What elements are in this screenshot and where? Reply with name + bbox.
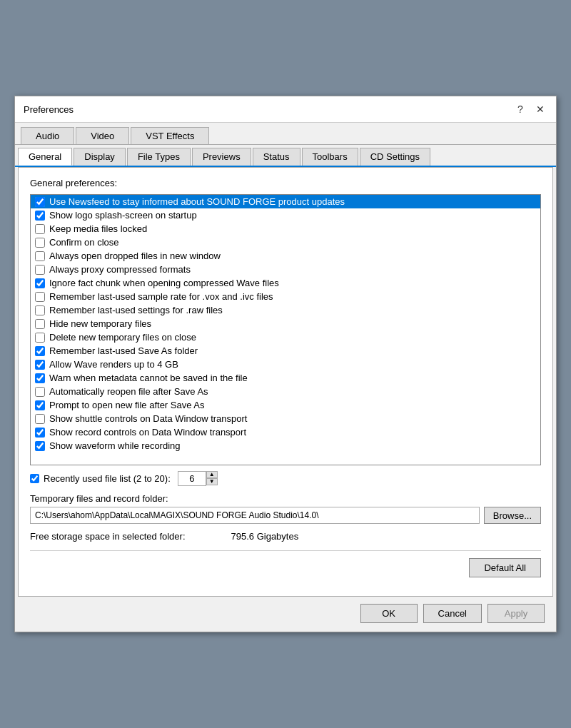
recently-used-checkbox[interactable] (30, 474, 39, 483)
checkbox-list-wrapper: Use Newsfeed to stay informed about SOUN… (30, 194, 541, 465)
list-item[interactable]: Use Newsfeed to stay informed about SOUN… (31, 195, 540, 208)
checkbox-label: Keep media files locked (49, 223, 147, 234)
checkbox-warn-metadata[interactable] (35, 373, 45, 383)
checkbox-show-waveform[interactable] (35, 441, 45, 451)
recently-used-label: Recently used file list (2 to 20): (44, 473, 171, 484)
close-button[interactable]: ✕ (533, 102, 547, 116)
default-all-button[interactable]: Default All (469, 558, 541, 577)
list-item[interactable]: Always open dropped files in new window (31, 249, 540, 263)
checkbox-auto-reopen[interactable] (35, 387, 45, 397)
checkbox-label: Use Newsfeed to stay informed about SOUN… (49, 196, 345, 207)
tab-previews[interactable]: Previews (192, 148, 251, 166)
list-item[interactable]: Confirm on close (31, 236, 540, 249)
bottom-tab-row: General Display File Types Previews Stat… (15, 145, 556, 167)
spinbox-buttons: ▲ ▼ (206, 471, 218, 486)
dialog-title: Preferences (24, 104, 74, 115)
checkbox-remember-sample[interactable] (35, 292, 45, 302)
checkbox-label: Show record controls on Data Window tran… (49, 427, 246, 438)
temp-folder-path[interactable] (30, 507, 480, 524)
list-item[interactable]: Delete new temporary files on close (31, 330, 540, 344)
checkbox-label: Automatically reopen file after Save As (49, 386, 208, 397)
temp-folder-section: Temporary files and record folder: Brows… (30, 493, 541, 524)
temp-folder-label: Temporary files and record folder: (30, 493, 541, 504)
tab-status[interactable]: Status (253, 148, 300, 166)
help-button[interactable]: ? (513, 102, 527, 116)
checkbox-label: Prompt to open new file after Save As (49, 400, 205, 410)
cancel-button[interactable]: Cancel (423, 604, 482, 623)
list-item[interactable]: Automatically reopen file after Save As (31, 385, 540, 398)
section-label: General preferences: (30, 178, 541, 188)
apply-button[interactable]: Apply (487, 604, 545, 623)
list-item[interactable]: Show waveform while recording (31, 439, 540, 453)
tab-file-types[interactable]: File Types (127, 148, 191, 166)
checkbox-show-logo[interactable] (35, 211, 45, 221)
title-bar: Preferences ? ✕ (15, 96, 556, 123)
list-item[interactable]: Prompt to open new file after Save As (31, 398, 540, 412)
checkbox-label: Hide new temporary files (49, 318, 151, 329)
checkbox-label: Remember last-used sample rate for .vox … (49, 291, 273, 302)
bottom-section: Recently used file list (2 to 20): 6 ▲ ▼… (30, 465, 541, 586)
list-item[interactable]: Show record controls on Data Window tran… (31, 425, 540, 439)
list-item[interactable]: Hide new temporary files (31, 317, 540, 330)
storage-row: Free storage space in selected folder: 7… (30, 531, 541, 542)
list-item[interactable]: Remember last-used settings for .raw fil… (31, 303, 540, 317)
checkbox-always-open[interactable] (35, 251, 45, 261)
checkbox-label: Remember last-used settings for .raw fil… (49, 305, 223, 315)
storage-value: 795.6 Gigabytes (231, 531, 299, 542)
list-item[interactable]: Allow Wave renders up to 4 GB (31, 358, 540, 371)
tab-toolbars[interactable]: Toolbars (302, 148, 358, 166)
top-tab-row: Audio Video VST Effects (15, 123, 556, 145)
checkbox-use-newsfeed[interactable] (35, 197, 45, 207)
checkbox-label: Always proxy compressed formats (49, 264, 191, 275)
spinbox-down[interactable]: ▼ (206, 478, 218, 485)
checkbox-keep-media[interactable] (35, 224, 45, 234)
storage-label: Free storage space in selected folder: (30, 531, 186, 542)
checkbox-allow-wave[interactable] (35, 360, 45, 370)
browse-button[interactable]: Browse... (484, 507, 541, 524)
checkbox-label: Allow Wave renders up to 4 GB (49, 359, 178, 370)
ok-button[interactable]: OK (360, 604, 418, 623)
checkbox-show-record[interactable] (35, 428, 45, 438)
checkbox-label: Warn when metadata cannot be saved in th… (49, 373, 248, 383)
checkbox-show-shuttle[interactable] (35, 414, 45, 424)
list-item[interactable]: Show logo splash-screen on startup (31, 208, 540, 222)
checkbox-prompt-open[interactable] (35, 400, 45, 410)
checkbox-label: Ignore fact chunk when opening compresse… (49, 278, 279, 288)
checkbox-label: Remember last-used Save As folder (49, 345, 198, 356)
title-bar-controls: ? ✕ (513, 102, 547, 116)
preferences-dialog: Preferences ? ✕ Audio Video VST Effects … (14, 96, 557, 632)
list-item[interactable]: Always proxy compressed formats (31, 263, 540, 276)
divider (30, 550, 541, 551)
checkbox-delete-temp[interactable] (35, 333, 45, 343)
spinbox-up[interactable]: ▲ (206, 471, 218, 478)
checkbox-ignore-fact[interactable] (35, 278, 45, 288)
checkbox-label: Delete new temporary files on close (49, 332, 196, 343)
checkbox-confirm-close[interactable] (35, 238, 45, 248)
tab-display[interactable]: Display (74, 148, 126, 166)
list-item[interactable]: Warn when metadata cannot be saved in th… (31, 371, 540, 385)
tab-audio[interactable]: Audio (21, 127, 74, 144)
checkbox-remember-save-as[interactable] (35, 346, 45, 356)
list-item[interactable]: Remember last-used Save As folder (31, 344, 540, 358)
list-item[interactable]: Ignore fact chunk when opening compresse… (31, 276, 540, 290)
checkbox-label: Confirm on close (49, 237, 119, 248)
tab-cd-settings[interactable]: CD Settings (360, 148, 430, 166)
tab-general[interactable]: General (18, 148, 72, 166)
checkbox-label: Show waveform while recording (49, 440, 181, 451)
checkbox-label: Always open dropped files in new window (49, 251, 221, 261)
checkbox-label: Show shuttle controls on Data Window tra… (49, 413, 247, 424)
checkbox-remember-raw[interactable] (35, 305, 45, 315)
checkbox-label: Show logo splash-screen on startup (49, 210, 197, 221)
list-item[interactable]: Show shuttle controls on Data Window tra… (31, 412, 540, 425)
checkbox-always-proxy[interactable] (35, 265, 45, 275)
list-item[interactable]: Remember last-used sample rate for .vox … (31, 290, 540, 303)
checkbox-list: Use Newsfeed to stay informed about SOUN… (31, 195, 540, 465)
tab-vst-effects[interactable]: VST Effects (131, 127, 209, 144)
dialog-footer: OK Cancel Apply (15, 597, 556, 632)
checkbox-hide-temp[interactable] (35, 319, 45, 329)
recently-used-row: Recently used file list (2 to 20): 6 ▲ ▼ (30, 471, 541, 486)
list-item[interactable]: Keep media files locked (31, 222, 540, 236)
file-list-input[interactable]: 6 (178, 471, 206, 486)
file-list-spinbox: 6 ▲ ▼ (178, 471, 218, 486)
tab-video[interactable]: Video (76, 127, 129, 144)
